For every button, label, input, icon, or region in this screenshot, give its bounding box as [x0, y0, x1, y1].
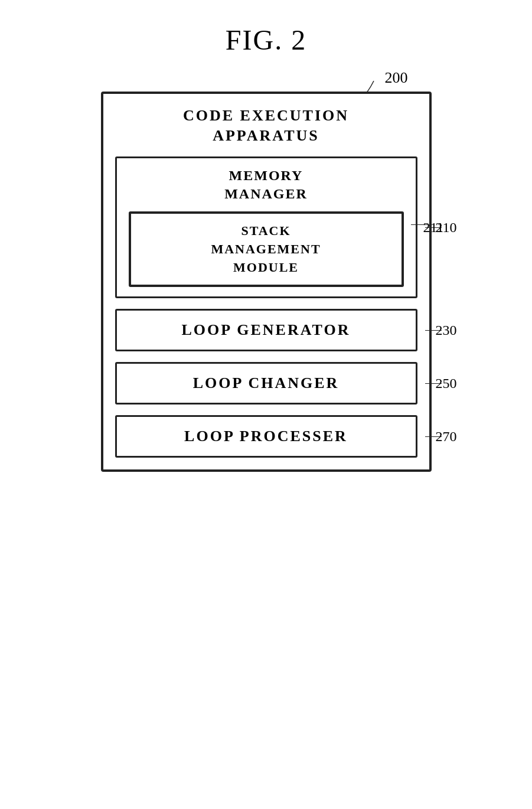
ref-270: 270	[436, 429, 457, 445]
outer-box-title: CODE EXECUTION APPARATUS	[115, 106, 417, 146]
outer-box: CODE EXECUTION APPARATUS 210 MEMORY MANA…	[101, 92, 432, 472]
loop-changer-label: LOOP CHANGER	[193, 374, 340, 392]
memory-manager-title: MEMORY MANAGER	[129, 167, 404, 203]
ref-200: 200	[385, 69, 408, 87]
figure-title: FIG. 2	[226, 24, 306, 56]
ref-211-line	[411, 224, 427, 225]
loop-processer-label: LOOP PROCESSER	[184, 428, 348, 445]
loop-processer-box: LOOP PROCESSER 270	[115, 415, 417, 458]
stack-module-box: STACK MANAGEMENT MODULE 211	[129, 211, 404, 287]
stack-module-title: STACK MANAGEMENT MODULE	[143, 222, 390, 276]
loop-generator-box: LOOP GENERATOR 230	[115, 309, 417, 351]
loop-changer-box: LOOP CHANGER 250	[115, 362, 417, 404]
diagram-wrapper: 200 CODE EXECUTION APPARATUS 210 MEMORY …	[101, 92, 432, 472]
loop-generator-label: LOOP GENERATOR	[182, 321, 351, 339]
page-container: FIG. 2 200 CODE EXECUTION APPARATUS 210 …	[0, 0, 532, 809]
ref-211: 211	[423, 220, 443, 236]
memory-manager-box: 210 MEMORY MANAGER STACK MANAGEMENT MODU…	[115, 156, 417, 299]
ref-230: 230	[436, 322, 457, 338]
ref-250: 250	[436, 376, 457, 392]
